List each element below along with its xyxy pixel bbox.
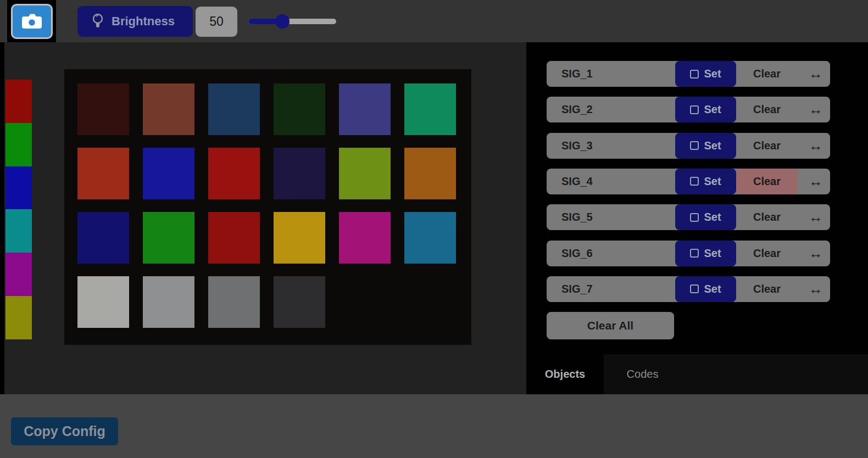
camera-icon <box>20 12 43 31</box>
tab-objects[interactable]: Objects <box>526 354 604 394</box>
app-root: Brightness 50 SIG_1SetClear↔SIG_2SetClea… <box>0 0 868 458</box>
checker-swatch <box>208 276 260 328</box>
signal-name: SIG_4 <box>561 169 593 194</box>
checker-swatch <box>208 148 260 199</box>
clear-all-button[interactable]: Clear All <box>547 312 674 339</box>
clear-button[interactable]: Clear <box>736 133 798 159</box>
set-label: Set <box>704 175 721 188</box>
signal-name: SIG_6 <box>561 241 593 266</box>
set-button[interactable]: Set <box>675 241 736 266</box>
checker-swatch <box>339 212 391 264</box>
strip-swatch <box>5 296 32 339</box>
left-right-arrow-icon[interactable]: ↔ <box>809 133 823 159</box>
set-button[interactable]: Set <box>675 169 736 194</box>
checker-swatch <box>77 148 129 199</box>
strip-swatch <box>5 123 32 166</box>
brightness-slider[interactable] <box>248 12 336 31</box>
checkbox-icon <box>690 105 699 114</box>
set-button[interactable]: Set <box>675 61 736 87</box>
checker-swatch <box>143 212 194 264</box>
signal-row: SIG_7SetClear↔ <box>547 276 830 302</box>
checker-swatch <box>274 276 325 328</box>
checker-swatch <box>77 212 129 264</box>
checkbox-icon <box>690 70 699 79</box>
left-right-arrow-icon[interactable]: ↔ <box>809 276 823 302</box>
checker-swatch <box>404 148 456 199</box>
signal-name: SIG_1 <box>561 61 593 87</box>
checker-swatch <box>404 83 456 135</box>
tab-codes[interactable]: Codes <box>604 354 681 394</box>
checker-swatch <box>143 83 194 135</box>
left-right-arrow-icon[interactable]: ↔ <box>809 204 823 230</box>
signal-row: SIG_3SetClear↔ <box>547 133 830 159</box>
checker-swatch <box>339 83 391 135</box>
checkbox-icon <box>690 213 699 222</box>
checker-swatch <box>143 276 194 328</box>
left-right-arrow-icon[interactable]: ↔ <box>809 61 823 87</box>
left-right-arrow-icon[interactable]: ↔ <box>809 169 823 194</box>
signal-name: SIG_7 <box>561 276 593 302</box>
set-button[interactable]: Set <box>675 133 736 159</box>
checkbox-icon <box>690 249 699 258</box>
brightness-button[interactable]: Brightness <box>77 6 193 37</box>
clear-button[interactable]: Clear <box>736 241 798 266</box>
signal-row: SIG_1SetClear↔ <box>547 61 830 87</box>
clear-button[interactable]: Clear <box>736 204 798 230</box>
checker-swatch <box>339 148 391 199</box>
checker-swatch <box>274 148 325 199</box>
checkbox-icon <box>690 177 699 186</box>
lightbulb-icon <box>92 13 104 30</box>
tab-bar: ObjectsCodes <box>526 354 868 394</box>
set-label: Set <box>704 211 721 224</box>
checker-swatch <box>208 83 260 135</box>
set-label: Set <box>704 68 721 80</box>
checker-swatch <box>77 83 129 135</box>
signal-row: SIG_2SetClear↔ <box>547 97 830 122</box>
copy-config-button[interactable]: Copy Config <box>11 417 118 445</box>
set-button[interactable]: Set <box>675 204 736 230</box>
slider-thumb[interactable] <box>275 14 290 29</box>
set-button[interactable]: Set <box>675 276 736 302</box>
camera-button[interactable] <box>11 4 53 39</box>
set-label: Set <box>704 139 721 152</box>
reference-color-strip <box>5 80 32 340</box>
slider-track[interactable] <box>248 19 336 24</box>
checker-swatch <box>404 212 456 264</box>
checker-swatch <box>143 148 194 199</box>
set-label: Set <box>704 103 721 116</box>
checker-swatch <box>77 276 129 328</box>
strip-swatch <box>5 166 32 210</box>
clear-button[interactable]: Clear <box>736 61 798 87</box>
toolbar: Brightness 50 <box>0 0 868 42</box>
strip-swatch <box>5 80 32 123</box>
set-button[interactable]: Set <box>675 97 736 122</box>
signal-name: SIG_3 <box>561 133 593 159</box>
clear-button[interactable]: Clear <box>736 276 798 302</box>
camera-button-frame <box>7 0 56 43</box>
set-label: Set <box>704 283 721 295</box>
camera-preview <box>4 42 526 394</box>
signal-row: SIG_5SetClear↔ <box>547 204 830 230</box>
footer-bar: Copy Config <box>0 394 868 458</box>
strip-swatch <box>5 253 32 296</box>
signal-panel: SIG_1SetClear↔SIG_2SetClear↔SIG_3SetClea… <box>526 42 868 394</box>
brightness-label: Brightness <box>112 14 175 29</box>
signal-row: SIG_6SetClear↔ <box>547 241 830 266</box>
checkbox-icon <box>690 141 699 150</box>
checkbox-icon <box>690 284 699 293</box>
checker-swatch <box>208 212 260 264</box>
left-right-arrow-icon[interactable]: ↔ <box>809 97 823 122</box>
left-right-arrow-icon[interactable]: ↔ <box>809 241 823 266</box>
brightness-value[interactable]: 50 <box>196 7 237 37</box>
signal-name: SIG_2 <box>561 97 593 122</box>
signal-row: SIG_4SetClear↔ <box>547 169 830 194</box>
clear-button[interactable]: Clear <box>736 97 798 122</box>
signal-name: SIG_5 <box>561 204 593 230</box>
checker-swatch <box>274 212 325 264</box>
strip-swatch <box>5 209 32 253</box>
color-checker-board <box>64 69 471 345</box>
checker-swatch <box>274 83 325 135</box>
clear-button[interactable]: Clear <box>736 169 798 194</box>
set-label: Set <box>704 247 721 260</box>
